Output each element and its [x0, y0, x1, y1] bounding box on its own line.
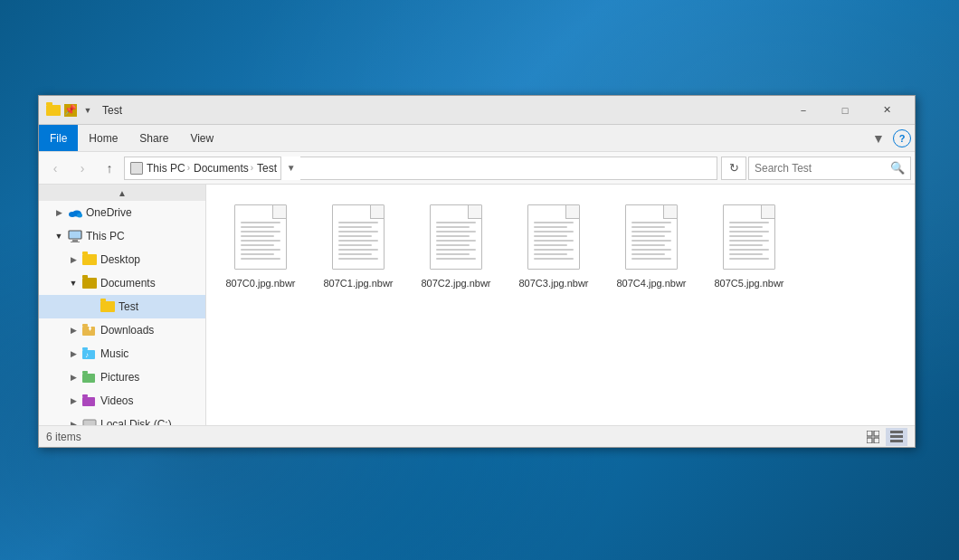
onedrive-icon	[68, 205, 82, 220]
breadcrumb-this-pc[interactable]: This PC ›	[147, 162, 190, 175]
forward-button[interactable]: ›	[70, 156, 95, 181]
file-item-4[interactable]: 807C4.jpg.nbwr	[606, 194, 697, 297]
svg-rect-20	[874, 431, 879, 436]
file-item-5[interactable]: 807C5.jpg.nbwr	[704, 194, 794, 297]
breadcrumb-test[interactable]: Test	[257, 162, 277, 175]
sidebar-item-test[interactable]: Test	[39, 295, 205, 318]
pictures-label: Pictures	[100, 371, 139, 384]
music-folder-icon: ♪	[82, 346, 97, 361]
help-button[interactable]: ?	[893, 129, 911, 147]
svg-rect-6	[82, 327, 95, 336]
expand-arrow-this-pc: ▼	[53, 231, 64, 242]
downloads-label: Downloads	[100, 324, 154, 337]
file-icon-1	[327, 201, 390, 273]
window-controls: − □ ✕	[783, 96, 907, 125]
down-arrow-title: ▼	[81, 103, 95, 118]
sidebar-item-documents[interactable]: ▼ Documents	[39, 271, 205, 295]
sidebar-item-local-disk[interactable]: ▶ Local Disk (C:)	[39, 413, 205, 425]
desktop-label: Desktop	[100, 253, 140, 266]
this-pc-label: This PC	[86, 230, 125, 242]
documents-label: Documents	[100, 277, 156, 289]
file-menu-button[interactable]: File	[39, 125, 78, 151]
pictures-folder-icon	[82, 370, 97, 384]
local-disk-label: Local Disk (C:)	[100, 418, 172, 425]
menu-bar: File Home Share View ▼ ?	[39, 125, 915, 152]
expand-arrow-desktop: ▶	[68, 254, 79, 265]
file-name-0: 807C0.jpg.nbwr	[225, 277, 295, 289]
svg-rect-15	[82, 397, 95, 406]
sidebar-item-this-pc[interactable]: ▼ This PC	[39, 224, 205, 248]
sidebar-item-desktop[interactable]: ▶ Desktop	[39, 248, 205, 271]
search-container: 🔍	[748, 157, 911, 180]
svg-rect-16	[82, 394, 88, 397]
file-item-3[interactable]: 807C3.jpg.nbwr	[508, 194, 599, 297]
expand-arrow-music: ▶	[68, 348, 79, 359]
file-item-0[interactable]: 807C0.jpg.nbwr	[215, 194, 306, 297]
item-count: 6 items	[46, 431, 862, 443]
sidebar-scroll-up[interactable]: ▲	[39, 185, 205, 201]
file-name-5: 807C5.jpg.nbwr	[714, 277, 783, 289]
file-name-3: 807C3.jpg.nbwr	[518, 277, 588, 289]
svg-rect-7	[82, 324, 88, 327]
back-button[interactable]: ‹	[43, 156, 68, 181]
file-icon-0	[229, 201, 292, 273]
expand-arrow-local-disk: ▶	[68, 419, 79, 425]
title-bar-icons: 📌 ▼	[46, 103, 95, 118]
sidebar-item-onedrive[interactable]: ▶ OneDrive	[39, 201, 205, 224]
sidebar-item-pictures[interactable]: ▶ Pictures	[39, 365, 205, 389]
svg-rect-21	[867, 438, 872, 443]
svg-rect-11	[82, 347, 88, 350]
search-input[interactable]	[755, 162, 890, 175]
close-button[interactable]: ✕	[866, 96, 907, 125]
sidebar-item-music[interactable]: ▶ ♪ Music	[39, 342, 205, 365]
file-item-2[interactable]: 807C2.jpg.nbwr	[411, 194, 501, 297]
search-button[interactable]: 🔍	[890, 161, 905, 175]
home-menu-item[interactable]: Home	[78, 125, 128, 151]
minimize-button[interactable]: −	[783, 96, 824, 125]
sidebar: ▲ ▶ OneDrive ▼	[39, 185, 206, 425]
file-item-1[interactable]: 807C1.jpg.nbwr	[313, 194, 404, 297]
maximize-button[interactable]: □	[824, 96, 866, 125]
doc-lines-3	[534, 222, 574, 262]
svg-rect-14	[82, 371, 88, 374]
grid-view-icon	[867, 431, 879, 443]
address-dropdown-button[interactable]: ▼	[280, 157, 300, 180]
expand-arrow-test	[86, 301, 97, 312]
this-pc-icon	[68, 229, 82, 243]
list-view-button[interactable]	[886, 428, 907, 446]
file-icon-3	[522, 201, 585, 273]
grid-view-button[interactable]	[862, 428, 884, 446]
sidebar-item-downloads[interactable]: ▶ Downloads	[39, 318, 205, 342]
test-label: Test	[119, 300, 138, 313]
local-disk-icon	[82, 417, 97, 425]
title-bar: 📌 ▼ Test − □ ✕	[39, 96, 915, 125]
file-icon-2	[424, 201, 488, 273]
view-menu-item[interactable]: View	[179, 125, 224, 151]
svg-point-2	[77, 214, 82, 218]
sidebar-item-videos[interactable]: ▶ Videos	[39, 389, 205, 413]
doc-lines-0	[241, 222, 280, 262]
address-bar-input[interactable]: This PC › Documents › Test ▼	[124, 157, 717, 180]
doc-lines-5	[729, 222, 769, 262]
share-menu-item[interactable]: Share	[128, 125, 179, 151]
address-folder-icon	[130, 162, 143, 175]
breadcrumb-documents[interactable]: Documents ›	[194, 162, 253, 175]
file-name-4: 807C4.jpg.nbwr	[616, 277, 686, 289]
up-button[interactable]: ↑	[97, 156, 122, 181]
svg-rect-25	[890, 440, 903, 442]
downloads-folder-icon	[82, 323, 97, 337]
doc-lines-2	[436, 222, 476, 262]
svg-rect-9	[90, 326, 91, 329]
expand-arrow-onedrive: ▶	[53, 207, 64, 218]
folder-icon-title	[46, 103, 61, 118]
list-view-icon	[890, 431, 903, 443]
menu-expand-button[interactable]: ▼	[868, 128, 889, 149]
menu-bar-right: ▼ ?	[868, 128, 915, 149]
svg-rect-17	[83, 420, 96, 425]
refresh-button[interactable]: ↻	[721, 157, 746, 180]
file-area: 807C0.jpg.nbwr 807C1.jpg.nbwr	[206, 185, 915, 425]
explorer-window: 📌 ▼ Test − □ ✕ File Home Share View ▼ ? …	[38, 95, 916, 448]
expand-arrow-pictures: ▶	[68, 372, 79, 383]
expand-arrow-downloads: ▶	[68, 325, 79, 336]
file-icon-5	[717, 201, 781, 273]
